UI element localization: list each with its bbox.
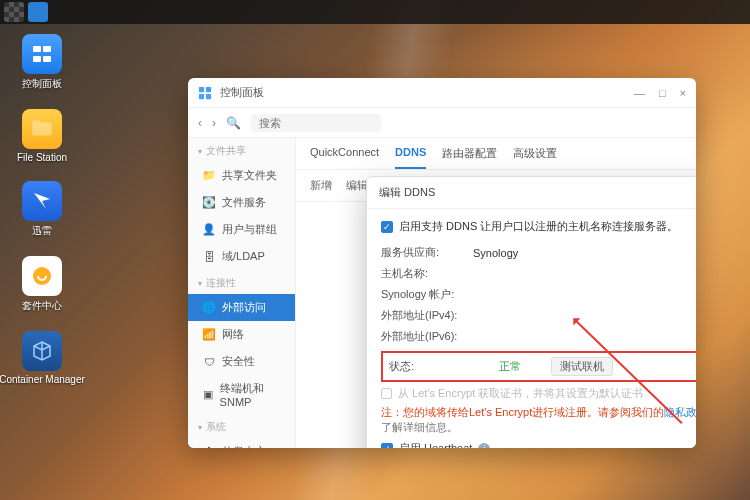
- folder-icon: 📁: [202, 169, 216, 183]
- desktop-icon-file-station[interactable]: File Station: [14, 109, 70, 163]
- taskbar: [0, 0, 750, 24]
- sidebar-group-connectivity[interactable]: 连接性: [188, 270, 295, 294]
- desktop-icon-label: 迅雷: [32, 224, 52, 238]
- edit-button[interactable]: 编辑: [346, 178, 368, 193]
- taskbar-apps-icon[interactable]: [4, 2, 24, 22]
- modal-title: 编辑 DDNS: [379, 185, 435, 200]
- svg-rect-3: [43, 56, 51, 62]
- test-connection-button[interactable]: 测试联机: [551, 357, 613, 376]
- sidebar-item-file-services[interactable]: 💽文件服务: [188, 189, 295, 216]
- window-toolbar: ‹ › 🔍: [188, 108, 696, 138]
- control-panel-window: 控制面板 — □ × ‹ › 🔍 文件共享 📁共享文件夹 💽文件服务 👤用户与群…: [188, 78, 696, 448]
- desktop-icon-grid: 控制面板 File Station 迅雷 套件中心 Container Mana…: [14, 34, 70, 385]
- svg-rect-5: [199, 86, 204, 91]
- add-button[interactable]: 新增: [310, 178, 332, 193]
- desktop-icon-label: 控制面板: [22, 77, 62, 91]
- sidebar-item-network[interactable]: 📶网络: [188, 321, 295, 348]
- desktop-icon-container-manager[interactable]: Container Manager: [14, 331, 70, 385]
- svg-rect-7: [199, 93, 204, 98]
- tab-ddns[interactable]: DDNS: [395, 146, 426, 169]
- search-icon: 🔍: [226, 116, 241, 130]
- tab-router[interactable]: 路由器配置: [442, 146, 497, 169]
- folder-icon: [22, 109, 62, 149]
- svg-rect-6: [206, 86, 211, 91]
- account-label: Synology 帐户:: [381, 287, 473, 302]
- svg-rect-0: [33, 46, 41, 52]
- sidebar-group-fileshare[interactable]: 文件共享: [188, 138, 295, 162]
- sidebar-item-security[interactable]: 🛡安全性: [188, 348, 295, 375]
- checkbox-checked-icon: ✓: [381, 443, 393, 449]
- status-highlight-box: 状态: 正常 测试联机: [381, 351, 696, 382]
- maximize-button[interactable]: □: [659, 87, 666, 99]
- close-button[interactable]: ×: [680, 87, 686, 99]
- user-icon: 👤: [202, 223, 216, 237]
- main-panel: QuickConnect DDNS 路由器配置 高级设置 新增 编辑 删除 立即…: [296, 138, 696, 448]
- edit-ddns-modal: 编辑 DDNS × ✓ 启用支持 DDNS 让用户口以注册的主机名称连接服务器。…: [366, 176, 696, 448]
- ipv6-label: 外部地址(IPv6):: [381, 329, 473, 344]
- sidebar-item-external-access[interactable]: 🌐外部访问: [188, 294, 295, 321]
- desktop-icon-label: File Station: [17, 152, 67, 163]
- info-icon: ℹ: [202, 445, 216, 449]
- hostname-label: 主机名称:: [381, 266, 473, 281]
- desktop-icon-package-center[interactable]: 套件中心: [14, 256, 70, 313]
- desktop-icon-label: 套件中心: [22, 299, 62, 313]
- svg-rect-1: [43, 46, 51, 52]
- info-icon[interactable]: i: [478, 443, 490, 449]
- svg-point-4: [33, 267, 51, 285]
- status-value: 正常: [499, 359, 521, 374]
- tab-bar: QuickConnect DDNS 路由器配置 高级设置: [296, 138, 696, 170]
- checkbox-checked-icon: ✓: [381, 221, 393, 233]
- sidebar-item-shared-folder[interactable]: 📁共享文件夹: [188, 162, 295, 189]
- window-title: 控制面板: [220, 85, 264, 100]
- sidebar-item-ldap[interactable]: 🗄域/LDAP: [188, 243, 295, 270]
- settings-sidebar: 文件共享 📁共享文件夹 💽文件服务 👤用户与群组 🗄域/LDAP 连接性 🌐外部…: [188, 138, 296, 448]
- container-icon: [22, 331, 62, 371]
- minimize-button[interactable]: —: [634, 87, 645, 99]
- control-panel-icon: [22, 34, 62, 74]
- sidebar-item-users[interactable]: 👤用户与群组: [188, 216, 295, 243]
- back-button[interactable]: ‹: [198, 116, 202, 130]
- taskbar-active-app[interactable]: [28, 2, 48, 22]
- terminal-icon: ▣: [202, 388, 214, 402]
- svg-rect-2: [33, 56, 41, 62]
- tab-quickconnect[interactable]: QuickConnect: [310, 146, 379, 169]
- xunlei-icon: [22, 181, 62, 221]
- svg-rect-8: [206, 93, 211, 98]
- checkbox-unchecked-icon: [381, 388, 392, 399]
- enable-ddns-checkbox[interactable]: ✓ 启用支持 DDNS 让用户口以注册的主机名称连接服务器。: [381, 219, 696, 234]
- forward-button[interactable]: ›: [212, 116, 216, 130]
- sidebar-group-system[interactable]: 系统: [188, 414, 295, 438]
- modal-titlebar[interactable]: 编辑 DDNS ×: [367, 177, 696, 209]
- ldap-icon: 🗄: [202, 250, 216, 264]
- status-label: 状态:: [389, 359, 469, 374]
- desktop-icon-control-panel[interactable]: 控制面板: [14, 34, 70, 91]
- heartbeat-checkbox[interactable]: ✓ 启用 Heartbeat i: [381, 441, 696, 448]
- tab-advanced[interactable]: 高级设置: [513, 146, 557, 169]
- search-input[interactable]: [251, 114, 381, 132]
- disk-icon: 💽: [202, 196, 216, 210]
- privacy-policy-link[interactable]: 隐私政策: [664, 406, 696, 418]
- ipv4-label: 外部地址(IPv4):: [381, 308, 473, 323]
- privacy-note: 注：您的域将传给Let's Encrypt进行域注册。请参阅我们的隐私政策以了解…: [381, 405, 696, 435]
- provider-label: 服务供应商:: [381, 245, 473, 260]
- network-icon: 📶: [202, 328, 216, 342]
- provider-value[interactable]: Synology: [473, 247, 518, 259]
- desktop-icon-xunlei[interactable]: 迅雷: [14, 181, 70, 238]
- package-center-icon: [22, 256, 62, 296]
- lets-encrypt-checkbox[interactable]: 从 Let's Encrypt 获取证书，并将其设置为默认证书: [381, 386, 696, 401]
- globe-icon: 🌐: [202, 301, 216, 315]
- shield-icon: 🛡: [202, 355, 216, 369]
- sidebar-item-info-center[interactable]: ℹ信息中心: [188, 438, 295, 448]
- window-app-icon: [198, 86, 212, 100]
- window-titlebar[interactable]: 控制面板 — □ ×: [188, 78, 696, 108]
- desktop-icon-label: Container Manager: [0, 374, 85, 385]
- sidebar-item-terminal[interactable]: ▣终端机和 SNMP: [188, 375, 295, 414]
